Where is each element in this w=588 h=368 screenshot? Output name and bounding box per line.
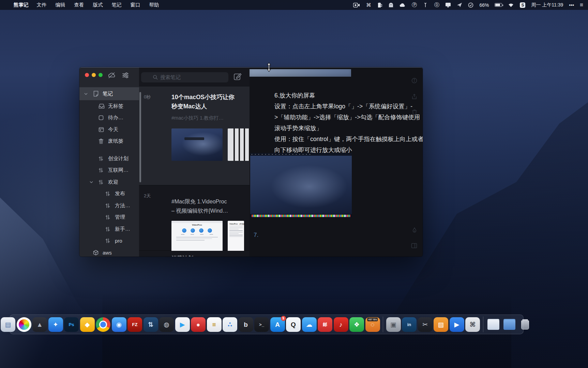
menu-window[interactable]: 窗口 (131, 2, 140, 8)
dock-icon-share-blue[interactable]: ∴ (223, 317, 237, 332)
sidebar-item-创业计划[interactable]: 创业计划 (79, 153, 139, 165)
zoom-button[interactable] (99, 73, 103, 77)
editor-text[interactable]: 6.放大你的屏幕 设置：点击左上角苹果logo「」->「系统偏好设置」- >「辅… (274, 90, 420, 155)
dock-icon-cloud-drive[interactable]: ☁ (302, 317, 317, 332)
clock-label[interactable]: 周一 上午11:39 (531, 2, 563, 8)
paperplane-icon[interactable] (457, 2, 462, 8)
beer-icon[interactable] (377, 2, 382, 8)
dock-icon-qq[interactable]: Q (286, 317, 301, 332)
sidebar-item-欢迎[interactable]: 欢迎 (79, 176, 139, 188)
sync-off-icon[interactable] (107, 72, 116, 79)
trash-icon[interactable] (412, 109, 417, 115)
more-status-icon[interactable]: ••• (569, 2, 574, 8)
wifi-icon[interactable] (508, 2, 514, 8)
dock-icon-filezilla[interactable]: FZ (127, 317, 142, 332)
dock-icon-launchpad[interactable]: ▲ (32, 317, 47, 332)
chevron-down-icon[interactable] (84, 93, 88, 95)
dock-icon-red-app[interactable]: ● (191, 317, 206, 332)
note-item-macos-tips[interactable]: 0秒 10个macOS小技巧让你秒变Mac达人 #mac小技巧 1.教你打… (139, 87, 250, 185)
dock-icon-browser-blue[interactable]: ◉ (112, 317, 126, 332)
screen-record-icon[interactable] (353, 2, 360, 8)
shadowsocks-icon[interactable]: S (520, 2, 525, 8)
resize-vertical-cursor (266, 62, 272, 73)
dock-icon-mail[interactable]: 邮 (318, 317, 332, 332)
sidebar-item-互联网[interactable]: 互联网… (79, 165, 139, 177)
dock-icon-photoshop[interactable]: Ps (64, 317, 79, 332)
note-item-mac-free-apps[interactable]: 2天 #Mac限免 1.VideoProc – 视频编辑软件[Wind… Vid… (139, 185, 250, 251)
dock-icon-video-tool[interactable]: ✂ (418, 317, 433, 332)
sidebar-item-pro[interactable]: pro (79, 235, 139, 247)
menu-help[interactable]: 帮助 (149, 2, 159, 8)
dock-icon-textedit[interactable]: ≡ (207, 317, 222, 332)
dock-icon-bear[interactable]: b (239, 317, 253, 332)
note-item-operations-plan[interactable]: 4天 运营计划 (139, 251, 250, 257)
parallels-icon[interactable]: Ⓟ (411, 2, 417, 8)
settings-sliders-icon[interactable] (122, 72, 129, 79)
note-editor[interactable]: 6.放大你的屏幕 设置：点击左上角苹果logo「」->「系统偏好设置」- >「辅… (250, 67, 423, 257)
sidebar-item-新手[interactable]: 新手… (79, 223, 139, 235)
notes-list-scrollbar[interactable] (139, 92, 141, 182)
dock-icon-app-store[interactable]: A9 (270, 317, 285, 332)
new-note-icon[interactable] (233, 72, 242, 82)
dock-icon-safari[interactable]: ✦ (48, 317, 63, 332)
panel-toggle-icon[interactable] (411, 243, 417, 248)
notification-center-icon[interactable]: ≡ (580, 2, 583, 9)
sidebar-item-管理[interactable]: 管理 (79, 212, 139, 224)
cloud-icon[interactable] (399, 2, 406, 8)
dock-icon-archiver[interactable]: ▣ (386, 317, 401, 332)
sidebar-item-aws[interactable]: aws (79, 247, 139, 257)
search-input[interactable]: 搜索笔记 (141, 72, 228, 82)
dock-icon-green-app[interactable]: ❖ (349, 317, 364, 332)
sidebar-item-无标签[interactable]: 无标签 (79, 100, 139, 112)
note-preview-line: – 视频编辑软件[Wind… (171, 206, 247, 215)
dock-icon-linkedin[interactable]: in (402, 317, 417, 332)
menu-file[interactable]: 文件 (37, 2, 47, 8)
ghost-icon[interactable] (388, 2, 394, 8)
battery-icon[interactable] (495, 3, 502, 7)
menu-note[interactable]: 笔记 (112, 2, 122, 8)
menu-format[interactable]: 版式 (93, 2, 103, 8)
dock-icon-transmit[interactable]: ⇅ (144, 317, 158, 332)
info-icon[interactable] (411, 78, 417, 83)
dock-icon-photos[interactable] (17, 317, 31, 332)
sidebar-item-label: pro (115, 238, 122, 244)
chevron-down-icon[interactable] (90, 181, 93, 183)
search-icon (153, 75, 158, 81)
share-icon[interactable] (411, 94, 417, 100)
task-check-icon[interactable] (468, 2, 473, 8)
dock-icon-trash[interactable] (518, 317, 532, 332)
dock-icon-folder-downloads[interactable] (486, 317, 501, 332)
dock-icon-orange-box[interactable]: ▧ (434, 317, 448, 332)
dock-icon-player[interactable]: ▶ (175, 317, 190, 332)
airpods-icon[interactable] (423, 2, 428, 8)
menu-view[interactable]: 查看 (74, 2, 84, 8)
sidebar-item-废纸篓[interactable]: 废纸篓 (79, 136, 139, 148)
dock-icon-keyboard-tool[interactable]: ⌘ (465, 317, 480, 332)
menu-edit[interactable]: 编辑 (56, 2, 65, 8)
dock-icon-finder[interactable]: ▤ (1, 317, 15, 332)
minimize-button[interactable] (92, 73, 96, 77)
sidebar-item-笔记[interactable]: 笔记 (79, 87, 139, 100)
zero-icon[interactable]: ⓪ (434, 2, 439, 8)
sidebar-item-待办[interactable]: 待办… (79, 112, 139, 124)
dock-icon-netspeed[interactable]: ◌487 B/s (365, 317, 380, 332)
dock-icon-notes-dark[interactable]: ◍ (159, 317, 174, 332)
dock-glyph: ⇅ (148, 321, 153, 328)
sidebar-item-方法[interactable]: 方法… (79, 200, 139, 212)
tag-icon (105, 238, 110, 243)
square-icon (99, 115, 104, 120)
pen-mode-icon[interactable] (412, 227, 417, 234)
menu-bar: 熊掌记 文件 编辑 查看 版式 笔记 窗口 帮助 ⌘Ⓟ⓪66% S 周一 上午1… (0, 0, 588, 10)
app-menu-title[interactable]: 熊掌记 (14, 2, 29, 8)
dock-icon-terminal[interactable]: >_ (254, 317, 269, 332)
command-icon[interactable]: ⌘ (366, 2, 371, 8)
sidebar-item-发布[interactable]: 发布 (79, 188, 139, 200)
dock-icon-chrome[interactable] (96, 317, 110, 332)
dock-icon-music-red[interactable]: ♪ (334, 317, 348, 332)
display-icon[interactable] (445, 2, 451, 8)
close-button[interactable] (85, 73, 89, 77)
dock-icon-sketch[interactable]: ◆ (80, 317, 95, 332)
dock-icon-blue-player[interactable]: ▶ (450, 317, 464, 332)
sidebar-item-今天[interactable]: 今天 (79, 124, 139, 136)
dock-icon-folder-documents[interactable] (502, 317, 517, 332)
